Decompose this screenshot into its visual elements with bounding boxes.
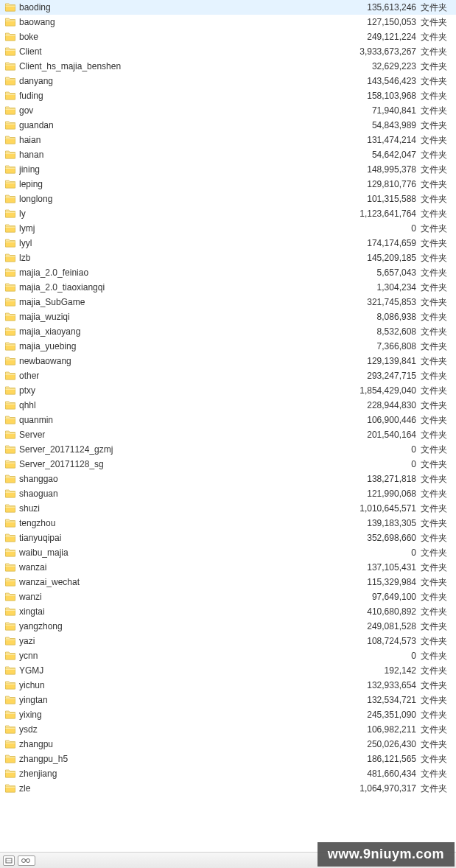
- file-row[interactable]: Server_20171128_sg0文件夹: [0, 457, 456, 472]
- status-icon-2[interactable]: [18, 855, 35, 866]
- file-name: tianyuqipai: [19, 533, 347, 543]
- file-row[interactable]: yingtan132,534,721文件夹: [0, 693, 456, 707]
- file-name: haian: [19, 135, 347, 145]
- file-row[interactable]: zhangpu_h5186,121,565文件夹: [0, 752, 456, 766]
- file-row[interactable]: wanzai_wechat115,329,984文件夹: [0, 575, 456, 589]
- file-row[interactable]: gov71,940,841文件夹: [0, 103, 456, 118]
- file-row[interactable]: guandan54,843,989文件夹: [0, 118, 456, 133]
- status-icon-1[interactable]: [3, 855, 15, 866]
- file-row[interactable]: shuzi1,010,645,571文件夹: [0, 501, 456, 516]
- file-row[interactable]: majia_2.0_feiniao5,657,043文件夹: [0, 265, 456, 280]
- file-row[interactable]: danyang143,546,423文件夹: [0, 74, 456, 88]
- file-name: Server: [19, 430, 347, 440]
- file-row[interactable]: Client3,933,673,267文件夹: [0, 44, 456, 59]
- file-row[interactable]: tianyuqipai352,698,660文件夹: [0, 531, 456, 545]
- file-size: 101,315,588: [347, 194, 421, 204]
- file-size: 245,351,090: [347, 710, 421, 720]
- file-type: 文件夹: [421, 267, 456, 279]
- file-row[interactable]: majia_2.0_tiaoxiangqi1,304,234文件夹: [0, 280, 456, 295]
- file-row[interactable]: zle1,064,970,317文件夹: [0, 781, 456, 796]
- folder-icon: [4, 178, 16, 190]
- folder-icon: [4, 193, 16, 205]
- file-type: 文件夹: [421, 768, 456, 780]
- file-row[interactable]: boke249,121,224文件夹: [0, 29, 456, 44]
- file-row[interactable]: YGMJ192,142文件夹: [0, 663, 456, 678]
- file-name: zhenjiang: [19, 769, 347, 779]
- file-size: 293,247,715: [347, 371, 421, 381]
- file-row[interactable]: baoding135,613,246文件夹: [0, 0, 456, 15]
- folder-icon: [4, 90, 16, 102]
- file-row[interactable]: Server201,540,164文件夹: [0, 427, 456, 442]
- file-type: 文件夹: [421, 738, 456, 751]
- file-row[interactable]: yixing245,351,090文件夹: [0, 707, 456, 722]
- file-size: 7,366,808: [347, 341, 421, 351]
- file-row[interactable]: other293,247,715文件夹: [0, 368, 456, 383]
- file-row[interactable]: yichun132,933,654文件夹: [0, 678, 456, 693]
- file-name: zhangpu: [19, 739, 347, 749]
- file-size: 186,121,565: [347, 754, 421, 764]
- file-row[interactable]: leping129,810,776文件夹: [0, 177, 456, 192]
- file-row[interactable]: majia_SubGame321,745,853文件夹: [0, 295, 456, 309]
- file-row[interactable]: zhenjiang481,660,434文件夹: [0, 766, 456, 781]
- file-row[interactable]: majia_wuziqi8,086,938文件夹: [0, 309, 456, 324]
- file-row[interactable]: newbaowang129,139,841文件夹: [0, 354, 456, 368]
- file-row[interactable]: yangzhong249,081,528文件夹: [0, 619, 456, 634]
- file-row[interactable]: wanzi97,649,100文件夹: [0, 589, 456, 604]
- folder-icon: [4, 768, 16, 780]
- folder-icon: [4, 355, 16, 367]
- file-row[interactable]: yazi108,724,573文件夹: [0, 634, 456, 648]
- file-row[interactable]: hanan54,642,047文件夹: [0, 147, 456, 162]
- file-row[interactable]: waibu_majia0文件夹: [0, 545, 456, 560]
- file-row[interactable]: xingtai410,680,892文件夹: [0, 604, 456, 619]
- file-row[interactable]: Client_hs_majia_benshen32,629,223文件夹: [0, 59, 456, 74]
- file-size: 145,209,185: [347, 253, 421, 263]
- file-row[interactable]: ly1,123,641,764文件夹: [0, 206, 456, 221]
- file-type: 文件夹: [421, 517, 456, 530]
- file-row[interactable]: qhhl228,944,830文件夹: [0, 398, 456, 413]
- file-row[interactable]: ysdz106,982,211文件夹: [0, 722, 456, 737]
- file-name: quanmin: [19, 415, 347, 425]
- folder-icon: [4, 31, 16, 43]
- file-row[interactable]: longlong101,315,588文件夹: [0, 192, 456, 206]
- file-row[interactable]: lymj0文件夹: [0, 221, 456, 236]
- file-row[interactable]: baowang127,150,053文件夹: [0, 15, 456, 29]
- file-row[interactable]: shaoguan121,990,068文件夹: [0, 486, 456, 501]
- file-row[interactable]: jining148,995,378文件夹: [0, 162, 456, 177]
- file-row[interactable]: fuding158,103,968文件夹: [0, 88, 456, 103]
- file-row[interactable]: wanzai137,105,431文件夹: [0, 560, 456, 575]
- file-list: baoding135,613,246文件夹 baowang127,150,053…: [0, 0, 456, 796]
- file-name: majia_2.0_feiniao: [19, 267, 347, 278]
- folder-icon: [4, 458, 16, 470]
- file-row[interactable]: ycnn0文件夹: [0, 648, 456, 663]
- file-size: 410,680,892: [347, 606, 421, 617]
- file-type: 文件夹: [421, 709, 456, 721]
- file-row[interactable]: tengzhou139,183,305文件夹: [0, 516, 456, 531]
- file-size: 8,532,608: [347, 326, 421, 337]
- folder-icon: [4, 679, 16, 691]
- file-type: 文件夹: [421, 178, 456, 191]
- file-row[interactable]: haian131,474,214文件夹: [0, 133, 456, 147]
- file-size: 3,933,673,267: [347, 46, 421, 57]
- file-row[interactable]: majia_yuebing7,366,808文件夹: [0, 339, 456, 354]
- file-name: fuding: [19, 91, 347, 101]
- folder-icon: [4, 503, 16, 514]
- file-row[interactable]: ptxy1,854,429,040文件夹: [0, 383, 456, 398]
- file-row[interactable]: lzb145,209,185文件夹: [0, 251, 456, 265]
- file-name: ly: [19, 209, 347, 219]
- file-type: 文件夹: [421, 193, 456, 206]
- file-name: wanzai_wechat: [19, 577, 347, 587]
- file-type: 文件夹: [421, 458, 456, 471]
- file-row[interactable]: quanmin106,900,446文件夹: [0, 413, 456, 427]
- folder-icon: [4, 650, 16, 662]
- file-type: 文件夹: [421, 164, 456, 176]
- folder-icon: [4, 414, 16, 426]
- file-row[interactable]: majia_xiaoyang8,532,608文件夹: [0, 324, 456, 339]
- file-row[interactable]: shanggao138,271,818文件夹: [0, 472, 456, 486]
- file-name: majia_2.0_tiaoxiangqi: [19, 282, 347, 293]
- file-row[interactable]: lyyl174,174,659文件夹: [0, 236, 456, 251]
- file-name: other: [19, 371, 347, 381]
- file-row[interactable]: zhangpu250,026,430文件夹: [0, 737, 456, 752]
- file-size: 1,854,429,040: [347, 385, 421, 396]
- file-row[interactable]: Server_20171124_gzmj0文件夹: [0, 442, 456, 457]
- file-size: 148,995,378: [347, 164, 421, 175]
